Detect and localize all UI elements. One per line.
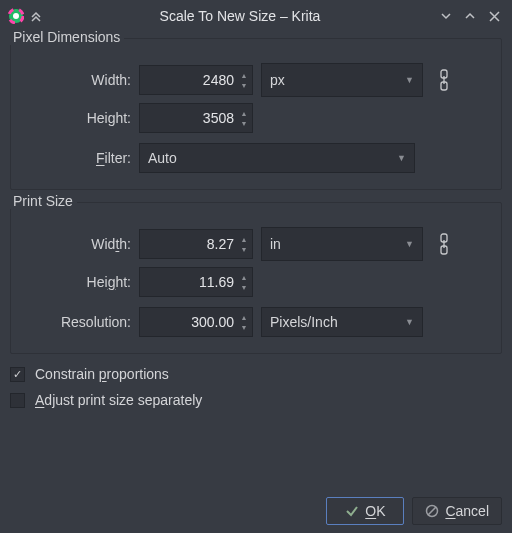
filter-value: Auto [148,150,177,166]
step-down-icon[interactable]: ▼ [238,322,250,332]
resolution-label: Resolution: [23,314,139,330]
print-height-input[interactable] [140,274,252,290]
step-up-icon[interactable]: ▲ [238,312,250,322]
ok-button[interactable]: OK [326,497,404,525]
print-size-group: Print Size Width: ▲▼ in ▼ Height: ▲▼ [10,202,502,354]
filter-combo[interactable]: Auto ▼ [139,143,415,173]
step-up-icon[interactable]: ▲ [238,108,250,118]
adjust-label: Adjust print size separately [35,392,202,408]
cancel-button[interactable]: Cancel [412,497,502,525]
cancel-icon [425,504,439,518]
window-title: Scale To New Size – Krita [48,8,432,24]
step-down-icon[interactable]: ▼ [238,282,250,292]
pixel-height-spinbox[interactable]: ▲▼ [139,103,253,133]
adjust-checkbox[interactable] [10,393,25,408]
step-down-icon[interactable]: ▼ [238,244,250,254]
step-up-icon[interactable]: ▲ [238,70,250,80]
constrain-checkbox[interactable] [10,367,25,382]
pixel-width-input[interactable] [140,72,252,88]
pixel-group-title: Pixel Dimensions [9,29,124,45]
constrain-proportions-row[interactable]: Constrain proportions [10,366,502,382]
print-width-input[interactable] [140,236,252,252]
svg-line-10 [428,507,436,515]
resolution-input[interactable] [140,314,252,330]
close-button[interactable] [484,6,504,26]
step-up-icon[interactable]: ▲ [238,234,250,244]
resolution-unit-combo[interactable]: Pixels/Inch ▼ [261,307,423,337]
chevron-down-icon: ▼ [405,239,414,249]
step-down-icon[interactable]: ▼ [238,118,250,128]
collapse-icon[interactable] [30,10,42,22]
print-unit-combo[interactable]: in ▼ [261,227,423,261]
adjust-print-size-row[interactable]: Adjust print size separately [10,392,502,408]
print-link-button[interactable] [429,233,459,255]
step-up-icon[interactable]: ▲ [238,272,250,282]
svg-point-2 [13,13,19,19]
print-width-label: Width: [23,236,139,252]
chevron-down-icon: ▼ [405,75,414,85]
pixel-dimensions-group: Pixel Dimensions Width: ▲▼ px ▼ Height: … [10,38,502,190]
constrain-label: Constrain proportions [35,366,169,382]
maximize-button[interactable] [460,6,480,26]
step-down-icon[interactable]: ▼ [238,80,250,90]
chevron-down-icon: ▼ [397,153,406,163]
app-icon [8,8,24,24]
filter-label: Filter: [23,150,139,166]
pixel-height-label: Height: [23,110,139,126]
print-width-spinbox[interactable]: ▲▼ [139,229,253,259]
pixel-height-input[interactable] [140,110,252,126]
print-height-spinbox[interactable]: ▲▼ [139,267,253,297]
pixel-width-label: Width: [23,72,139,88]
pixel-unit-value: px [270,72,285,88]
dialog-footer: OK Cancel [326,497,502,525]
print-unit-value: in [270,236,281,252]
resolution-spinbox[interactable]: ▲▼ [139,307,253,337]
resolution-unit-value: Pixels/Inch [270,314,338,330]
print-height-label: Height: [23,274,139,290]
pixel-width-spinbox[interactable]: ▲▼ [139,65,253,95]
titlebar: Scale To New Size – Krita [0,0,512,32]
print-group-title: Print Size [9,193,77,209]
minimize-button[interactable] [436,6,456,26]
check-icon [345,504,359,518]
pixel-unit-combo[interactable]: px ▼ [261,63,423,97]
pixel-link-button[interactable] [429,69,459,91]
chevron-down-icon: ▼ [405,317,414,327]
